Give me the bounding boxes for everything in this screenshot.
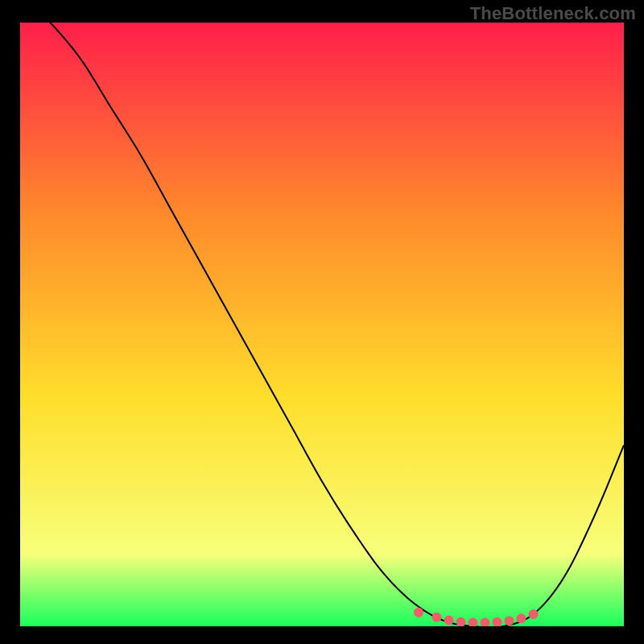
marker-point — [505, 616, 514, 625]
marker-point — [469, 618, 478, 627]
marker-point — [481, 618, 490, 627]
marker-point — [432, 613, 442, 622]
marker-point — [517, 613, 526, 623]
watermark-text: TheBottleneck.com — [470, 3, 636, 24]
marker-point — [456, 617, 466, 626]
marker-point — [414, 608, 423, 617]
marker-point — [529, 609, 539, 619]
plot-svg — [20, 23, 624, 626]
marker-point — [493, 617, 502, 626]
series-group — [20, 23, 624, 626]
plot-frame — [20, 23, 624, 626]
curve-line — [20, 23, 624, 626]
chart-container: TheBottleneck.com — [0, 0, 644, 644]
marker-point — [444, 616, 454, 625]
